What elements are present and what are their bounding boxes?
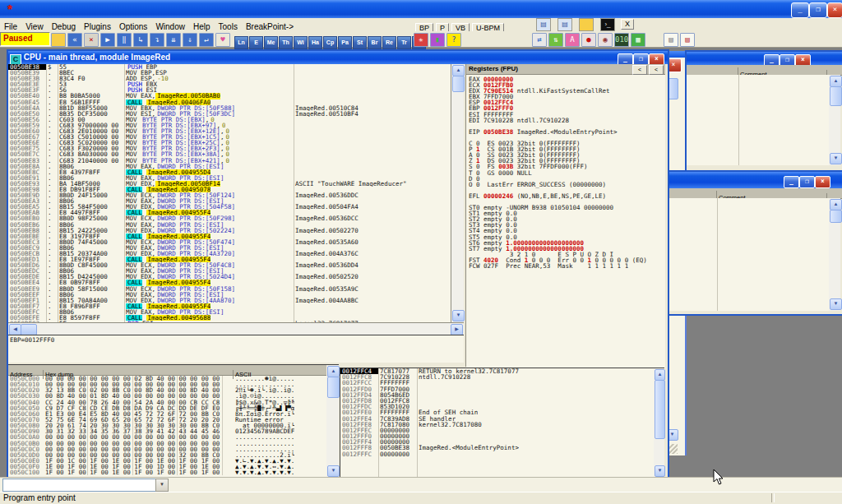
disasm-row[interactable]: 0050BECB.8B15 20374A00MOV EDX,DWORD PTR … bbox=[8, 251, 451, 257]
disasm-row[interactable]: 0050BEE9.8B0D 58F15000MOV ECX,DWORD PTR … bbox=[8, 286, 451, 292]
stack-scroll-thumb[interactable] bbox=[655, 380, 665, 439]
menu-tools[interactable]: Tools bbox=[215, 21, 242, 31]
stack-row[interactable]: 0012FFC47C817077RETURN to kernel32.7C817… bbox=[340, 368, 655, 374]
disasm-row[interactable]: 0050BE4A.8B1D 88F55000MOV EBX,DWORD PTR … bbox=[8, 105, 451, 111]
cpu-window[interactable]: C CPU - main thread, module ImageRed _❐×… bbox=[7, 49, 669, 480]
doc-notes-icon[interactable]: ▤ bbox=[680, 33, 695, 47]
close-button[interactable]: × bbox=[827, 2, 842, 18]
window-grid-icon[interactable]: ▦ bbox=[631, 33, 645, 47]
disasm-row[interactable]: 0050BE93.BA 14BF5000MOV EDX,ImageRed.005… bbox=[8, 181, 451, 187]
register-line[interactable]: T 0 GS 0000 NULL bbox=[469, 170, 665, 176]
plugin-close-button[interactable]: X bbox=[621, 19, 634, 30]
disasm-row[interactable]: 0050BE67.C683 C5010000 00MOV BYTE PTR DS… bbox=[8, 134, 451, 140]
dump-row[interactable]: 0050C00000 00 00 00 00 00 00 00 02 8D 40… bbox=[8, 376, 326, 381]
disasm-row[interactable]: 0050BEA5.8B15 584F5000MOV EDX,DWORD PTR … bbox=[8, 204, 451, 210]
dump-scroll-down[interactable]: ▼ bbox=[327, 465, 340, 477]
disasm-row[interactable]: 0050BE8C.E8 4397F8FFCALL ImageRed.004955… bbox=[8, 169, 451, 175]
swap-arrows-icon[interactable]: ⇄ bbox=[532, 33, 547, 47]
spiral-icon[interactable]: ◉ bbox=[598, 33, 613, 47]
disasm-row[interactable]: 0050BEC9.8B06MOV EAX,DWORD PTR DS:[ESI] bbox=[8, 245, 451, 251]
disasm-scroll-up[interactable]: ▲ bbox=[452, 65, 465, 76]
open-file-icon[interactable] bbox=[51, 33, 66, 47]
disasm-row[interactable]: 0050BE3E.53PUSH EBX bbox=[8, 81, 451, 87]
stack-pane[interactable]: 0012FFC47C817077RETURN to kernel32.7C817… bbox=[340, 368, 655, 478]
disasm-scroll-right[interactable]: ▶ bbox=[451, 324, 463, 335]
toolbar-Ln-button[interactable]: Ln bbox=[234, 36, 248, 49]
toolbar-St-button[interactable]: St bbox=[353, 36, 367, 49]
side-top-scroll-up[interactable]: ▲ bbox=[830, 76, 842, 87]
disasm-hscroll-thumb[interactable] bbox=[21, 324, 37, 335]
disasm-row[interactable]: 0050BE38$55PUSH EBP bbox=[8, 64, 451, 70]
doc-list-icon[interactable]: ▤ bbox=[664, 33, 678, 47]
appearance-icon[interactable]: ▮ bbox=[430, 33, 445, 47]
toolbar-Tr-button[interactable]: Tr bbox=[397, 36, 411, 49]
toolbar-Th-button[interactable]: Th bbox=[279, 36, 293, 49]
stack-row[interactable]: 0012FFC87C910228ntdll.7C910228 bbox=[340, 374, 655, 380]
trace-into-icon[interactable]: ⇊ bbox=[166, 33, 181, 47]
disasm-scroll-down[interactable]: ▼ bbox=[452, 310, 465, 321]
side-middle-minimize-button[interactable]: _ bbox=[784, 176, 799, 188]
toolbar-Cp-button[interactable]: Cp bbox=[323, 36, 337, 49]
disasm-scroll-thumb[interactable] bbox=[452, 76, 465, 92]
side-window-middle[interactable]: _❐× Comment ▲ ▼ bbox=[668, 170, 842, 316]
stack-row[interactable]: 0012FFDC853D1020 bbox=[340, 404, 655, 409]
toolbar-Br-button[interactable]: Br bbox=[368, 36, 382, 49]
assemble-a-icon[interactable]: A bbox=[565, 33, 580, 47]
stack-scroll-down[interactable]: ▼ bbox=[655, 465, 665, 477]
run-icon[interactable]: ▶ bbox=[100, 33, 115, 47]
disasm-row[interactable]: 0050BE91.8B06MOV EAX,DWORD PTR DS:[ESI] bbox=[8, 175, 451, 181]
side-middle-maximize-button[interactable]: ❐ bbox=[799, 176, 815, 188]
disasm-row[interactable]: 0050BEB0.8B0D 98F25000MOV ECX,DWORD PTR … bbox=[8, 215, 451, 221]
toolbar-Wi-button[interactable]: Wi bbox=[294, 36, 308, 49]
disasm-scroll-left[interactable]: ◀ bbox=[9, 324, 21, 335]
side-middle-titlebar[interactable]: _❐× bbox=[669, 172, 842, 188]
dump-row[interactable]: 0050C0F01E 00 1F 00 1E 00 1F 00 1F 00 1D… bbox=[8, 464, 326, 469]
toolbar-Re-button[interactable]: Re bbox=[382, 36, 396, 49]
help-icon[interactable]: ? bbox=[446, 33, 461, 47]
dump-row[interactable]: 0050C040CC 24 40 00 78 26 40 00 54 2A 40… bbox=[8, 400, 326, 405]
breakpoint-dot-icon[interactable]: ● bbox=[581, 33, 596, 47]
disasm-row[interactable]: 0050BEDE.8B15 D4245000MOV EDX,DWORD PTR … bbox=[8, 274, 451, 280]
side-window-top[interactable]: _❐× Comment ▲ ▼ bbox=[685, 50, 842, 172]
stack-row[interactable]: 0012FFCCFFFFFFFF bbox=[340, 380, 655, 386]
dump-rows[interactable]: 0050C00000 00 00 00 00 00 00 00 02 8D 40… bbox=[8, 376, 326, 479]
disasm-row[interactable]: 0050BEFE.E8 8597F8FFCALL ImageRed.004956… bbox=[8, 315, 451, 321]
disasm-row[interactable]: 0050BE9D.8B0D 24F15000MOV ECX,DWORD PTR … bbox=[8, 192, 451, 198]
toolbar-E-button[interactable]: E bbox=[249, 36, 263, 49]
stack-row[interactable]: 0012FFD07FFD7000 bbox=[340, 386, 655, 392]
disasm-row[interactable]: 0050BE3B.83C4 F0ADD ESP,-10 bbox=[8, 76, 451, 81]
maximize-button[interactable]: ❐ bbox=[809, 2, 827, 18]
dump-row[interactable]: 0050C03000 8D 40 00 01 8D 40 00 00 00 00… bbox=[8, 393, 326, 399]
disasm-row[interactable]: 0050BEF1.8B15 70A84A00MOV EDX,DWORD PTR … bbox=[8, 298, 451, 303]
register-line[interactable]: EIP 0050BE38 ImageRed.<ModuleEntryPoint> bbox=[469, 129, 665, 135]
side-window-top-titlebar[interactable]: _❐× bbox=[687, 52, 842, 65]
side-top-content[interactable] bbox=[687, 75, 830, 165]
toolbar-Pa-button[interactable]: Pa bbox=[338, 36, 352, 49]
toolbar-Ha-button[interactable]: Ha bbox=[308, 36, 322, 49]
side-top-scrollbar[interactable]: ▲ ▼ bbox=[829, 75, 840, 165]
registers-collapse-button[interactable]: < bbox=[649, 65, 664, 75]
side-middle-scroll-up[interactable]: ▲ bbox=[830, 199, 842, 210]
dump-row[interactable]: 0050C1001F 00 1F 00 1F 00 1E 00 1F 00 1F… bbox=[8, 469, 326, 475]
stack-row[interactable]: 0012FFEC00000000 bbox=[340, 428, 655, 433]
disasm-row[interactable]: 0050BEAB.E8 4497F8FFCALL ImageRed.004955… bbox=[8, 210, 451, 215]
stack-row[interactable]: 0012FFD48054B6ED bbox=[340, 392, 655, 398]
menu-plugins[interactable]: Plugins bbox=[80, 21, 115, 31]
dump-row[interactable]: 0050C08020 20 61 74 20 30 30 30 30 30 30… bbox=[8, 423, 326, 428]
plugin-folder-icon[interactable] bbox=[579, 18, 594, 31]
side-middle-close-button[interactable]: × bbox=[815, 176, 830, 188]
options-gear-icon[interactable]: ✳ bbox=[414, 33, 428, 47]
execute-till-return-icon[interactable]: ↵ bbox=[199, 33, 214, 47]
disasm-hscrollbar[interactable]: ◀ ▶ bbox=[8, 322, 464, 335]
stack-row[interactable]: 0012FFF80050BE38ImageRed.<ModuleEntryPoi… bbox=[340, 445, 655, 451]
plugin-console-icon[interactable]: ›_ bbox=[600, 18, 615, 31]
disasm-row[interactable]: 0050BEBE.E8 3197F8FFCALL ImageRed.004955… bbox=[8, 234, 451, 239]
cpu-titlebar[interactable]: C CPU - main thread, module ImageRed _❐× bbox=[8, 51, 668, 64]
stack-row[interactable]: 0012FFF000000000 bbox=[340, 433, 655, 439]
stack-row[interactable]: 0012FFF400000000 bbox=[340, 439, 655, 445]
trace-over-icon[interactable]: ⇓ bbox=[183, 33, 197, 47]
disasm-row[interactable]: 0050BE50.8B35 DCF35000MOV ESI,DWORD PTR … bbox=[8, 111, 451, 117]
stack-row[interactable]: 0012FFE47C839AD8SE handler bbox=[340, 416, 655, 422]
command-combo-input[interactable] bbox=[2, 479, 157, 492]
side-middle-content[interactable] bbox=[669, 198, 829, 311]
